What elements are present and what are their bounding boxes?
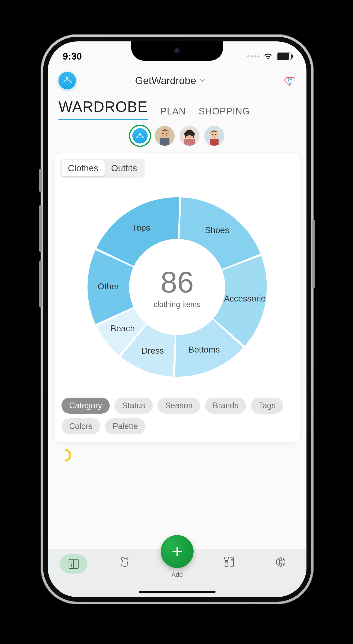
nav-outfits[interactable] [212,554,246,570]
svg-rect-12 [210,139,219,146]
next-card-peek [48,442,307,462]
total-count: 86 [160,265,194,300]
volume-up-button [39,205,42,252]
wardrobe-icon [67,558,80,570]
donut-chart[interactable]: TopsShoesAccessorieBottomsDressBeachOthe… [75,184,280,390]
wardrobe-card: Clothes Outfits TopsShoesAccessorieBotto… [55,153,300,442]
svg-rect-7 [184,139,195,146]
cellular-dots-icon [247,55,260,58]
home-indicator [139,590,216,593]
profile-person-1[interactable] [155,126,175,146]
tab-shopping[interactable]: SHOPPING [199,106,250,120]
coin-icon [56,446,74,464]
outfit-icon [223,556,235,568]
segmented-control: Clothes Outfits [60,159,145,178]
chip-brands[interactable]: Brands [205,398,246,414]
chip-colors[interactable]: Colors [61,418,100,434]
status-time: 9:30 [63,51,82,62]
svg-rect-2 [160,138,169,146]
avatar-icon [204,126,224,146]
screen: 9:30 [48,42,307,597]
nav-clothes[interactable] [108,554,143,570]
chevron-down-icon [199,77,206,84]
battery-icon [277,52,292,60]
nav-add-label: Add [171,571,183,578]
app-title-text: GetWardrobe [135,75,196,86]
premium-diamond-button[interactable] [284,74,296,86]
plus-icon [171,546,183,558]
dress-icon [120,556,131,568]
svg-point-13 [212,134,213,135]
hanger-icon [135,131,145,141]
globe-icon [275,556,286,568]
donut-center: 86 clothing items [75,184,280,390]
svg-point-3 [162,132,164,134]
tab-wardrobe[interactable]: WARDROBE [58,98,148,120]
seg-outfits[interactable]: Outfits [105,160,143,176]
profile-default[interactable] [130,126,150,146]
app-title-dropdown[interactable]: GetWardrobe [62,75,279,86]
chip-status[interactable]: Status [114,398,153,414]
svg-point-8 [187,134,188,135]
avatar-icon [155,126,175,146]
profile-person-3[interactable] [204,126,224,146]
bottom-nav: Add [48,549,307,597]
mute-switch [39,169,42,192]
profile-selector [48,120,307,151]
total-subtitle: clothing items [154,300,201,309]
nav-explore[interactable] [264,554,298,570]
phone-hardware: 9:30 [40,34,314,604]
svg-point-4 [166,132,167,134]
filter-chips: Category Status Season Brands Tags Color… [60,393,294,441]
volume-down-button [39,260,42,308]
notch [131,42,223,61]
add-button[interactable] [161,535,194,568]
wifi-icon [263,53,273,60]
chip-palette[interactable]: Palette [105,418,146,434]
power-button [313,220,315,288]
nav-wardrobe[interactable] [56,554,91,574]
top-tabs: WARDROBE PLAN SHOPPING [48,89,307,120]
chip-tags[interactable]: Tags [251,398,283,414]
svg-point-9 [191,134,192,135]
avatar-icon [180,126,199,146]
seg-clothes[interactable]: Clothes [61,160,105,176]
tab-plan[interactable]: PLAN [160,106,186,120]
diamond-icon [284,74,296,86]
chip-category[interactable]: Category [61,398,110,414]
svg-point-14 [215,134,216,135]
profile-person-2[interactable] [180,126,199,146]
chip-season[interactable]: Season [157,398,200,414]
